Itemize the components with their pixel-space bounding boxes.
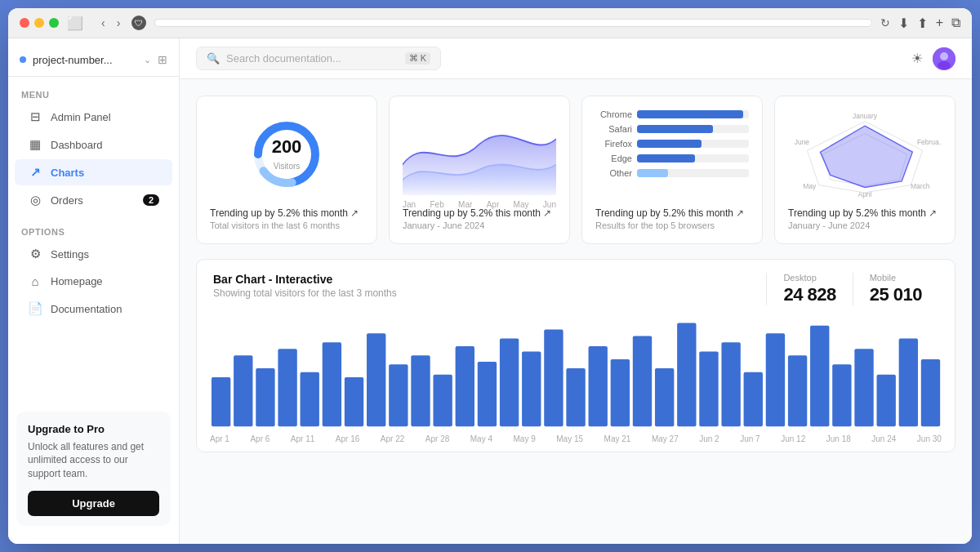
sidebar-item-label-admin: Admin Panel [51, 111, 111, 123]
sidebar-toggle-icon[interactable]: ⬜ [67, 16, 83, 31]
close-button[interactable] [20, 18, 29, 28]
svg-rect-17 [256, 368, 274, 426]
new-tab-icon[interactable]: + [936, 16, 943, 31]
svg-rect-38 [721, 342, 740, 426]
svg-text:June: June [795, 138, 810, 146]
browser-bar-chart: Chrome Safari [595, 109, 749, 183]
back-button[interactable]: ‹ [98, 15, 109, 31]
security-icon: 🛡 [131, 16, 146, 30]
options-section-label: OPTIONS [8, 222, 179, 240]
stat-trend-1: Trending up by 5.2% this month ↗ [403, 207, 556, 219]
stat-card-browsers: Chrome Safari [581, 96, 763, 244]
bar-chart-header: Bar Chart - Interactive Showing total vi… [197, 260, 955, 314]
bar-stat-desktop: Desktop 24 828 [766, 273, 852, 305]
download-icon[interactable]: ⬇ [898, 16, 909, 31]
sidebar-item-settings[interactable]: ⚙ Settings [15, 241, 172, 267]
desktop-label: Desktop [783, 273, 835, 283]
svg-rect-19 [301, 372, 319, 426]
svg-rect-18 [278, 349, 296, 426]
svg-marker-14 [820, 126, 912, 187]
svg-rect-44 [854, 349, 873, 426]
svg-rect-15 [212, 377, 230, 426]
minimize-button[interactable] [34, 18, 44, 28]
top-bar-right: ☀ [911, 47, 956, 70]
homepage-icon: ⌂ [28, 274, 42, 288]
bar-stat-mobile: Mobile 25 010 [853, 273, 938, 305]
hbar-fill-other [637, 169, 668, 177]
svg-rect-28 [500, 339, 519, 427]
bar-chart-sub: Showing total visitors for the last 3 mo… [213, 287, 750, 299]
stat-card-radar: January Februa... March April May June [774, 96, 956, 244]
refresh-icon[interactable]: ↻ [880, 16, 890, 29]
sidebar-item-charts[interactable]: ↗ Charts [15, 159, 172, 185]
donut-label: Visitors [274, 162, 301, 171]
stat-sub-3: January - June 2024 [788, 220, 942, 230]
hbar-fill-safari [637, 125, 713, 133]
svg-rect-29 [522, 351, 541, 426]
stat-sub-0: Total visitors in the last 6 months [210, 220, 363, 230]
svg-rect-39 [744, 372, 763, 426]
sidebar-top: project-number... ⌄ ⊞ [8, 48, 179, 77]
svg-text:January: January [853, 112, 878, 120]
hbar-fill-firefox [637, 140, 702, 148]
svg-rect-37 [699, 351, 718, 426]
main-area: 🔍 Search documentation... ⌘ K ☀ [180, 38, 972, 544]
dashboard-icon: ▦ [28, 137, 42, 152]
project-chevron-icon[interactable]: ⌄ [144, 55, 151, 65]
svg-point-1 [940, 52, 948, 60]
area-chart: Jan Feb Mar Apr May Jun [403, 114, 556, 195]
svg-rect-31 [566, 368, 585, 426]
theme-toggle-icon[interactable]: ☀ [911, 51, 923, 66]
svg-rect-34 [633, 336, 652, 426]
sidebar-item-orders[interactable]: ◎ Orders 2 [15, 187, 172, 213]
svg-rect-30 [544, 329, 563, 426]
svg-rect-16 [234, 355, 252, 426]
sidebar-item-label-dashboard: Dashboard [51, 139, 103, 151]
address-bar[interactable] [154, 19, 871, 27]
desktop-value: 24 828 [783, 284, 835, 305]
browser-window: ⬜ ‹ › 🛡 ↻ ⬇ ⬆ + ⧉ project-number... ⌄ ⊞ … [8, 8, 972, 544]
sidebar-layout-icon[interactable]: ⊞ [158, 53, 167, 66]
svg-rect-27 [478, 362, 497, 426]
hbar-fill-edge [637, 154, 695, 162]
svg-text:May: May [803, 182, 817, 190]
orders-icon: ◎ [28, 193, 42, 207]
traffic-lights [20, 18, 59, 28]
content-area: 200 Visitors Trending up by 5.2% this mo… [180, 79, 972, 544]
svg-rect-23 [389, 364, 408, 426]
forward-button[interactable]: › [114, 15, 124, 31]
donut-center: 200 Visitors [272, 136, 302, 172]
bar-chart-svg [210, 314, 942, 431]
upgrade-desc: Unlock all features and get unlimited ac… [28, 440, 159, 481]
search-box[interactable]: 🔍 Search documentation... ⌘ K [196, 47, 441, 70]
donut-value: 200 [272, 136, 302, 158]
stat-trend-2: Trending up by 5.2% this month ↗ [595, 207, 749, 219]
share-icon[interactable]: ⬆ [917, 16, 928, 31]
svg-rect-40 [766, 333, 785, 426]
svg-rect-45 [876, 375, 895, 426]
svg-rect-47 [921, 359, 940, 426]
svg-text:March: March [911, 182, 930, 190]
sidebar-item-admin-panel[interactable]: ⊟ Admin Panel [15, 104, 172, 130]
search-icon: 🔍 [207, 52, 220, 65]
avatar [933, 47, 956, 70]
bar-chart-title-group: Bar Chart - Interactive Showing total vi… [213, 273, 750, 299]
documentation-icon: 📄 [28, 301, 42, 316]
charts-icon: ↗ [28, 165, 42, 180]
settings-icon: ⚙ [28, 247, 42, 261]
svg-rect-22 [367, 333, 385, 426]
sidebar-item-homepage[interactable]: ⌂ Homepage [15, 269, 172, 294]
copy-tab-icon[interactable]: ⧉ [951, 16, 960, 31]
sidebar-item-dashboard[interactable]: ▦ Dashboard [15, 131, 172, 158]
svg-rect-21 [345, 377, 363, 426]
svg-rect-42 [810, 326, 829, 426]
sidebar-item-label-charts: Charts [51, 167, 84, 179]
sidebar: project-number... ⌄ ⊞ MENU ⊟ Admin Panel… [8, 38, 180, 544]
maximize-button[interactable] [49, 18, 59, 28]
upgrade-button[interactable]: Upgrade [28, 491, 159, 516]
svg-rect-41 [788, 355, 807, 426]
sidebar-item-documentation[interactable]: 📄 Documentation [15, 296, 172, 322]
svg-rect-33 [611, 359, 630, 426]
svg-rect-36 [677, 323, 696, 427]
bar-chart-x-labels: Apr 1 Apr 6 Apr 11 Apr 16 Apr 22 Apr 28 … [210, 431, 942, 443]
